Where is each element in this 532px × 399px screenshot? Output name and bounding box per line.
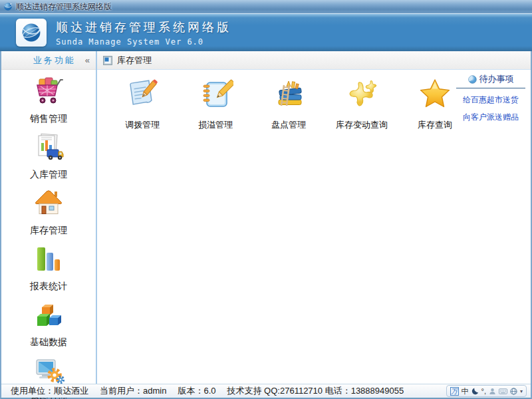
shopping-cart-icon — [33, 75, 65, 110]
ime-user-dict-icon[interactable] — [489, 388, 496, 395]
tab-inventory-management[interactable]: 库存管理 — [117, 55, 152, 66]
app-title: 顺达进销存管理系统网络版 — [56, 19, 231, 35]
ime-language-bar: 万 中 °, ▾ — [446, 385, 527, 397]
app-header: 顺达进销存管理系统网络版 Sunda Manage System Ver 6.0 — [0, 13, 532, 51]
launcher-label: 库存变动查询 — [336, 119, 388, 131]
tab-bar: 库存管理 — [97, 51, 531, 70]
sidebar-item-label: 库存管理 — [30, 225, 67, 237]
sidebar-item-basedata[interactable]: 基础数据 — [1, 295, 96, 351]
globe-logo-icon — [19, 21, 43, 44]
sidebar-item-label: 入库管理 — [30, 169, 67, 181]
sidebar-header: 业务功能 « — [1, 51, 96, 70]
bar-chart-icon — [33, 243, 65, 277]
main-area: 库存管理 — [97, 51, 531, 384]
todo-sphere-icon — [468, 75, 477, 84]
launcher-label: 调拨管理 — [125, 119, 160, 131]
app-window: 顺达进销存管理系统网络版 顺达进销存管理系统网络版 Sunda Manage S… — [0, 0, 532, 399]
ime-settings-globe-icon[interactable] — [510, 388, 517, 395]
sidebar-item-sales[interactable]: 销售管理 — [1, 72, 96, 128]
launcher-stock-query[interactable]: 库存查询 — [406, 76, 464, 131]
launcher-transfer[interactable]: 调拨管理 — [113, 76, 172, 131]
status-current-user: 当前用户：admin — [100, 385, 166, 397]
inventory-content: 调拨管理 — [97, 70, 531, 384]
sidebar-collapse-icon[interactable]: « — [85, 55, 90, 65]
ime-wanneng-icon[interactable]: 万 — [450, 387, 459, 396]
status-support: 技术支持 QQ:276112710 电话：13888949055 — [227, 385, 404, 397]
todo-panel: 待办事项 给百惠超市送货 向客户派送赠品 — [456, 73, 525, 123]
status-company: 使用单位：顺达酒业 — [11, 385, 88, 397]
launcher-label: 损溢管理 — [198, 119, 233, 131]
sidebar-item-inventory[interactable]: 库存管理 — [1, 184, 96, 239]
launcher-label: 盘点管理 — [271, 119, 306, 131]
sparkle-stars-icon — [344, 76, 380, 114]
todo-item-delivery[interactable]: 给百惠超市送货 — [456, 94, 525, 106]
todo-title: 待办事项 — [479, 73, 514, 85]
sidebar-item-label: 基础数据 — [30, 336, 67, 348]
documents-truck-icon — [33, 131, 65, 166]
launcher-label: 库存查询 — [418, 119, 452, 131]
ime-punctuation-mode[interactable]: °, — [481, 387, 486, 395]
star-icon — [417, 76, 453, 114]
ime-chinese-mode[interactable]: 中 — [462, 386, 469, 396]
sidebar: 业务功能 « — [1, 51, 97, 384]
sidebar-item-label: 销售管理 — [30, 113, 67, 125]
sidebar-item-reports[interactable]: 报表统计 — [1, 239, 96, 295]
sidebar-item-inbound[interactable]: 入库管理 — [1, 128, 96, 184]
house-icon — [33, 187, 65, 221]
app-subtitle: Sunda Manage System Ver 6.0 — [56, 37, 231, 47]
launcher-stocktake[interactable]: 盘点管理 — [259, 76, 318, 131]
todo-header: 待办事项 — [456, 73, 525, 88]
sidebar-item-label: 报表统计 — [30, 281, 67, 293]
ime-soft-keyboard-icon[interactable] — [499, 388, 507, 395]
tab-icon — [103, 56, 112, 65]
ime-halfwidth-moon-icon[interactable] — [471, 388, 479, 395]
blocks-icon — [33, 299, 65, 333]
launcher-loss-gain[interactable]: 损溢管理 — [186, 76, 245, 131]
sidebar-title: 业务功能 — [33, 55, 76, 66]
notebook-pencil-icon — [198, 76, 233, 114]
ime-options-caret-icon[interactable]: ▾ — [520, 388, 523, 394]
window-title: 顺达进销存管理系统网络版 — [16, 1, 112, 13]
todo-item-gifts[interactable]: 向客户派送赠品 — [456, 112, 525, 123]
sidebar-items: 销售管理 — [1, 70, 96, 399]
status-version: 版本：6.0 — [178, 385, 215, 397]
app-globe-icon — [3, 2, 13, 11]
books-ladder-icon — [271, 76, 307, 114]
window-titlebar[interactable]: 顺达进销存管理系统网络版 — [0, 0, 532, 13]
status-bar: 使用单位：顺达酒业 当前用户：admin 版本：6.0 技术支持 QQ:2761… — [1, 384, 531, 398]
app-logo — [16, 19, 47, 47]
document-pencil-icon — [124, 76, 160, 114]
launcher-stock-change-query[interactable]: 库存变动查询 — [332, 76, 391, 131]
